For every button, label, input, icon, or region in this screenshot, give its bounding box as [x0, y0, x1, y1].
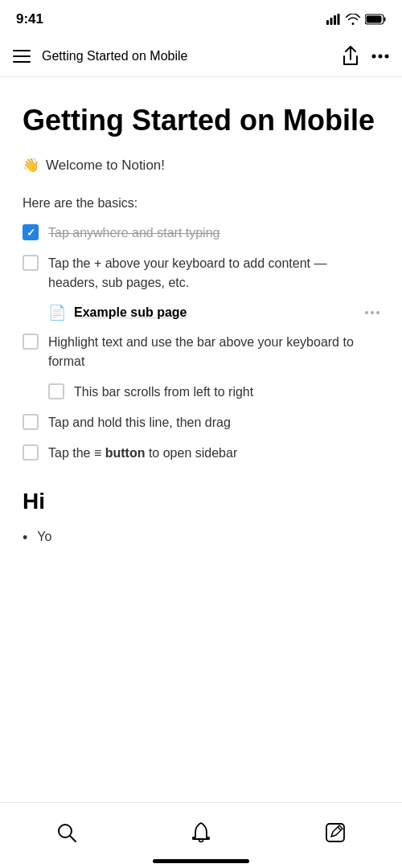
checkbox-1[interactable] [23, 224, 39, 240]
nav-title: Getting Started on Mobile [42, 49, 187, 63]
share-button[interactable] [341, 45, 360, 68]
wifi-icon [346, 14, 360, 25]
edit-button[interactable] [309, 819, 362, 846]
basics-label: Here are the basics: [23, 196, 379, 211]
nav-left: Getting Started on Mobile [13, 49, 187, 63]
svg-point-8 [379, 54, 383, 58]
search-button[interactable] [40, 819, 93, 846]
checklist-item-3: Highlight text and use the bar above you… [23, 333, 379, 371]
checklist-item-2: Tap the + above your keyboard to add con… [23, 254, 379, 293]
checkbox-6[interactable] [23, 444, 39, 461]
svg-point-10 [59, 825, 72, 837]
search-icon [56, 822, 77, 843]
page-content: Getting Started on Mobile 👋 Welcome to N… [0, 77, 402, 652]
svg-line-11 [71, 836, 76, 841]
nav-right [341, 45, 389, 68]
page-title: Getting Started on Mobile [23, 103, 379, 137]
sub-page-more-button[interactable] [365, 311, 379, 314]
bell-icon [191, 821, 211, 844]
checklist-item-5: Tap and hold this line, then drag [23, 413, 379, 432]
svg-rect-1 [330, 18, 333, 25]
svg-rect-3 [338, 14, 340, 25]
svg-point-7 [372, 54, 376, 58]
checklist-text-1: Tap anywhere and start typing [48, 223, 219, 243]
checklist-item-1: Tap anywhere and start typing [23, 223, 379, 243]
bullet-text-1: Yo [37, 527, 51, 547]
bottom-nav [0, 802, 402, 868]
sub-page-icon: 📄 [48, 304, 66, 321]
checkbox-5[interactable] [23, 414, 39, 430]
notifications-button[interactable] [174, 818, 228, 847]
svg-rect-2 [334, 15, 336, 25]
svg-rect-0 [326, 20, 329, 25]
more-icon [371, 54, 389, 59]
home-indicator [153, 859, 249, 863]
button-bold: ≡ button [94, 446, 146, 460]
checkbox-2[interactable] [23, 255, 39, 271]
status-icons [326, 14, 386, 25]
checklist-text-2: Tap the + above your keyboard to add con… [48, 254, 379, 293]
section-heading: Hi [23, 489, 379, 514]
checklist-text-5: Tap and hold this line, then drag [48, 413, 231, 432]
share-icon [341, 45, 360, 68]
status-time: 9:41 [16, 11, 43, 27]
welcome-text: Welcome to Notion! [46, 158, 165, 174]
svg-rect-6 [384, 18, 386, 22]
sub-page-item[interactable]: 📄 Example sub page [48, 304, 379, 321]
checkbox-3[interactable] [23, 334, 39, 350]
nav-bar: Getting Started on Mobile [0, 35, 402, 77]
svg-point-9 [385, 54, 389, 58]
bullet-dot: • [23, 527, 27, 549]
bullet-item-1: • Yo [23, 527, 379, 549]
checklist-text-4: This bar scrolls from left to right [74, 383, 253, 402]
welcome-emoji: 👋 [23, 157, 39, 174]
battery-icon [365, 14, 386, 25]
checklist-text-6: Tap the ≡ button to open sidebar [48, 444, 237, 463]
checklist-item-6: Tap the ≡ button to open sidebar [23, 444, 379, 463]
signal-icon [326, 14, 341, 25]
status-bar: 9:41 [0, 0, 402, 35]
edit-icon [325, 822, 346, 843]
checklist-text-3: Highlight text and use the bar above you… [48, 333, 379, 371]
svg-rect-12 [326, 824, 344, 841]
svg-rect-5 [367, 16, 382, 23]
sub-page-title[interactable]: Example sub page [74, 305, 187, 320]
checkbox-4[interactable] [48, 383, 64, 399]
welcome-line: 👋 Welcome to Notion! [23, 157, 379, 174]
checklist-item-4: This bar scrolls from left to right [48, 383, 379, 402]
more-button[interactable] [371, 54, 389, 59]
hamburger-icon[interactable] [13, 50, 31, 63]
